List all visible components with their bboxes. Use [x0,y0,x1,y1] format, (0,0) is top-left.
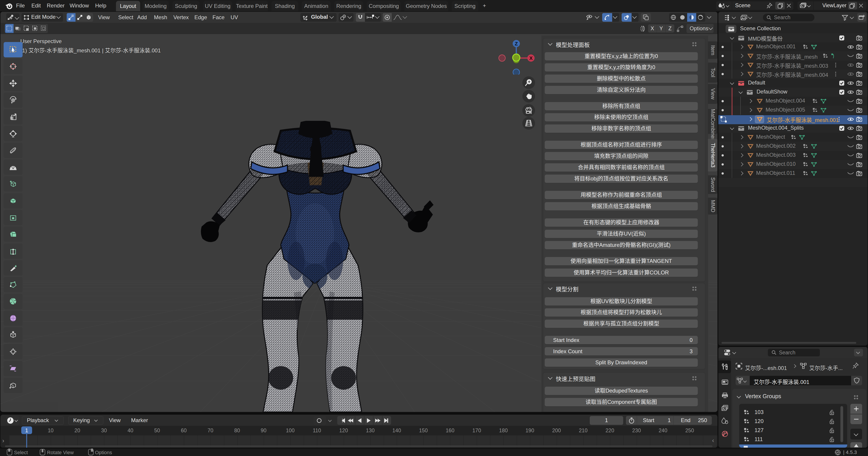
svg-text:X: X [529,55,533,61]
svg-text:Z: Z [515,41,518,46]
